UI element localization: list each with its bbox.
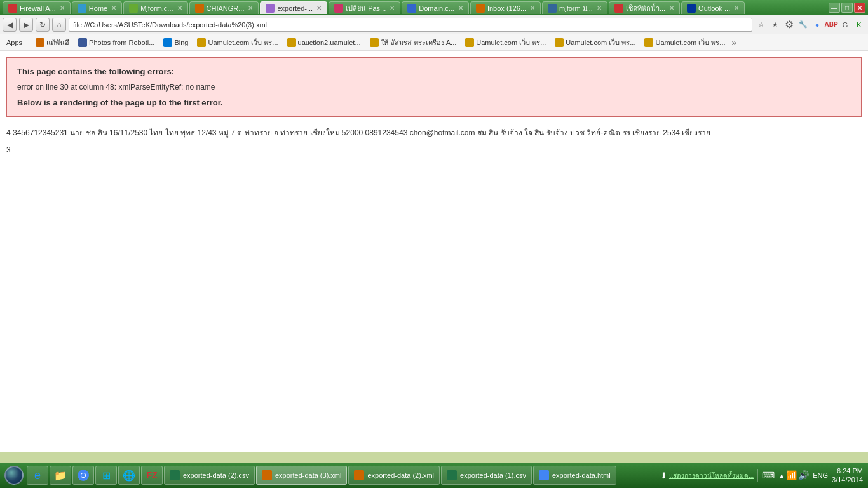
csv1-icon [447,470,457,480]
time-display: 6:24 PM [832,466,863,475]
start-button[interactable] [3,464,25,486]
xml2-icon [354,470,364,480]
xml3-icon [262,470,272,480]
error-title: This page contains the following errors: [17,67,851,76]
bm-sep-1 [29,37,29,48]
csv2-icon [170,470,180,480]
taskbar-ie-icon[interactable]: e [27,466,48,485]
bookmark-bpen[interactable]: แต้พันอี [32,36,73,49]
mjform-tab-icon [129,4,138,13]
csv2-label: exported-data (2).csv [183,471,249,479]
xml3-label: exported-data (3).xml [275,471,342,479]
close-button[interactable]: ✕ [854,3,865,13]
taskbar-csv1[interactable]: exported-data (1).csv [441,466,532,485]
bookmark-uamulet1[interactable]: Uamulet.com เว็บ พร... [193,36,281,49]
chrome-icon[interactable]: ● [811,18,824,31]
bookmark-uamulet4[interactable]: Uamulet.com เว็บ พร... [641,36,729,49]
uamulet4-label: Uamulet.com เว็บ พร... [655,37,725,48]
html-icon [539,470,549,480]
uamulet3-label: Uamulet.com เว็บ พร... [566,37,635,48]
bookmark-uauction[interactable]: uauction2.uamulet... [283,36,365,49]
tab-pass[interactable]: เปลี่ยน Pas... ✕ [329,1,400,14]
tab-phone[interactable]: เช็คที่พักน้ำ... ✕ [609,1,680,14]
svg-point-2 [81,473,85,477]
exported-tab-label: exported-... [277,4,313,12]
start-globe-icon [4,466,24,485]
chiang-tab-label: CHIANGR... [207,4,245,12]
address-icons: ☆ ★ ⚙ 🔧 ● ABP G K [755,18,865,31]
refresh-button[interactable]: ↻ [36,18,50,32]
bookmark-amulet[interactable]: ให้ อัสมรส พระเครื่อง A... [366,36,461,49]
tab-mjform[interactable]: Mjform.c... ✕ [123,1,187,14]
uauction-label: uauction2.uamulet... [298,39,361,46]
pass-tab-icon [334,4,343,13]
taskbar-filezilla-icon[interactable]: FZ [141,466,163,485]
bookmark-photos[interactable]: Photos from Roboti... [74,36,158,49]
error-box: This page contains the following errors:… [6,57,862,117]
taskbar-store-icon[interactable]: ⊞ [95,466,117,485]
more-bookmarks-icon[interactable]: » [732,37,737,48]
bookmark-bing[interactable]: Bing [159,36,192,49]
error-detail: error on line 30 at column 48: xmlParseE… [17,83,851,92]
tab-exported[interactable]: exported-... ✕ [260,1,327,14]
kaspersky-icon[interactable]: K [853,18,865,31]
tab-domain[interactable]: Domain.c... ✕ [402,1,469,14]
window-controls: — □ ✕ [829,3,865,13]
mjform2-tab-label: mjform ม... [559,3,593,14]
home-tab-icon [78,4,86,13]
tab-chiang[interactable]: CHIANGR... ✕ [189,1,259,14]
taskbar-html[interactable]: exported-data.html [533,466,616,485]
inbox-tab-close[interactable]: ✕ [530,4,535,11]
minimize-button[interactable]: — [829,3,840,13]
firewall-tab-close[interactable]: ✕ [60,4,65,11]
forward-button[interactable]: ▶ [19,18,33,32]
settings-icon[interactable]: ⚙ [783,18,796,31]
bpen-label: แต้พันอี [46,37,69,48]
taskbar-clock[interactable]: 6:24 PM 3/14/2014 [832,466,863,485]
tab-mjform2[interactable]: mjform ม... ✕ [542,1,607,14]
chiang-tab-close[interactable]: ✕ [248,4,253,11]
mjform2-tab-icon [548,4,557,13]
taskbar-csv2[interactable]: exported-data (2).csv [164,466,255,485]
apps-label: Apps [6,39,22,46]
extensions-icon[interactable]: 🔧 [797,18,810,31]
outlook-tab-close[interactable]: ✕ [734,4,739,11]
bing-label: Bing [174,39,188,46]
bookmark-uamulet2[interactable]: Uamulet.com เว็บ พร... [461,36,550,49]
exported-tab-close[interactable]: ✕ [316,4,322,11]
pass-tab-close[interactable]: ✕ [390,4,395,11]
notification-text: แสดงการดาวน์โหลดทั้งหมด... [669,471,754,480]
tab-home[interactable]: Home ✕ [72,1,122,14]
home-button[interactable]: ⌂ [52,18,66,32]
taskbar-xml2[interactable]: exported-data (2).xml [348,466,440,485]
star-icon[interactable]: ☆ [755,18,768,31]
address-bar[interactable]: file:///C:/Users/ASUSTeK/Downloads/expor… [69,18,752,32]
taskbar-explorer-icon[interactable]: 📁 [50,466,71,485]
tab-inbox[interactable]: Inbox (126... ✕ [470,1,541,14]
taskbar-globe-icon[interactable]: 🌐 [118,466,140,485]
chrome-svg [78,470,89,481]
phone-tab-close[interactable]: ✕ [669,4,674,11]
error-render-note: Below is a rendering of the page up to t… [17,98,851,107]
tab-outlook[interactable]: Outlook ... ✕ [681,1,745,14]
mjform2-tab-close[interactable]: ✕ [597,4,602,11]
download-notification[interactable]: ⬇ แสดงการดาวน์โหลดทั้งหมด... [660,471,754,480]
back-button[interactable]: ◀ [3,18,17,32]
taskbar-chrome-icon[interactable] [72,466,94,485]
translate-icon[interactable]: G [839,18,851,31]
bookmark-uamulet3[interactable]: Uamulet.com เว็บ พร... [551,36,639,49]
domain-tab-close[interactable]: ✕ [458,4,463,11]
domain-tab-icon [407,4,416,13]
bookmark-apps[interactable]: Apps [3,36,26,49]
maximize-button[interactable]: □ [841,3,853,13]
amulet-label: ให้ อัสมรส พระเครื่อง A... [381,37,457,48]
mjform-tab-close[interactable]: ✕ [177,4,182,11]
bookmark-icon[interactable]: ★ [769,18,782,31]
adblock-icon[interactable]: ABP [825,18,837,31]
taskbar-xml3[interactable]: exported-data (3).xml [256,466,348,485]
home-tab-close[interactable]: ✕ [111,4,116,11]
tab-firewall[interactable]: Firewall A... ✕ [3,1,71,14]
keyboard-icon[interactable]: ⌨ [762,469,775,482]
firewall-tab-icon [8,4,17,13]
keyboard-layout: ENG [813,471,828,479]
